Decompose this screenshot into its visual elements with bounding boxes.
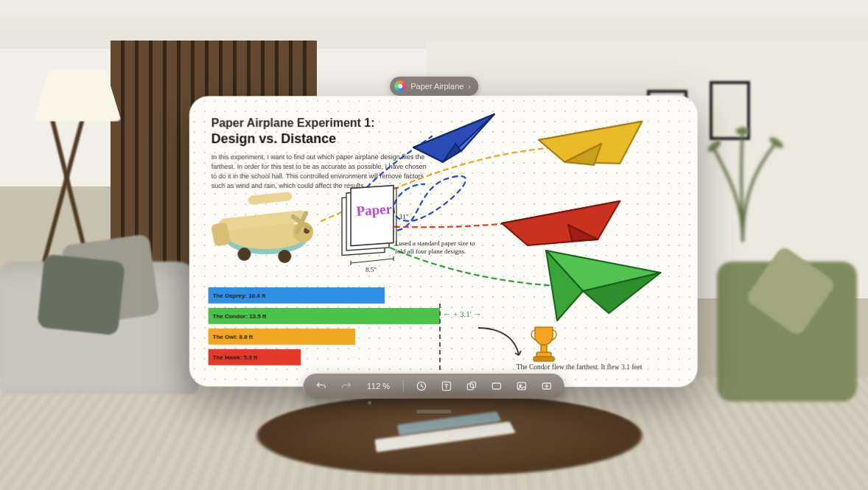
zoom-level[interactable]: 112 % xyxy=(364,382,393,391)
paper-height: 11" xyxy=(399,213,409,220)
app-icon xyxy=(394,80,406,92)
window-title-pill[interactable]: Paper Airplane › xyxy=(390,77,478,96)
shapes-tool-button[interactable] xyxy=(464,379,479,393)
toy-airplane-image xyxy=(204,181,329,276)
distance-bar-chart: The Osprey: 10.4 ft The Condor: 13.5 ft … xyxy=(209,287,517,370)
lamp-shade xyxy=(33,70,122,122)
reference-line xyxy=(439,304,441,370)
window-close-dot[interactable] xyxy=(368,401,371,405)
paper-stack-diagram: Paper 11" 8.5" xyxy=(336,181,417,276)
more-tool-button[interactable] xyxy=(539,379,554,393)
svg-point-13 xyxy=(278,250,291,263)
plant xyxy=(699,125,787,243)
bar-hawk: The Hawk: 5.3 ft xyxy=(209,349,517,365)
svg-rect-7 xyxy=(248,192,293,205)
markup-tool-button[interactable] xyxy=(414,379,429,393)
bar-owl: The Owl: 8.8 ft xyxy=(209,329,517,345)
chevron-right-icon: › xyxy=(468,83,470,91)
paper-note: I used a standard paper size to fold all… xyxy=(395,239,483,256)
bar-label: The Condor: 13.5 ft xyxy=(213,312,267,319)
freeform-board[interactable]: Paper Airplane Experiment 1: Design vs. … xyxy=(189,96,698,388)
paper-width: 8.5" xyxy=(365,266,377,273)
redo-button[interactable] xyxy=(339,379,354,393)
text-tool-button[interactable] xyxy=(439,379,454,393)
trophy-icon xyxy=(526,323,561,364)
window-title: Paper Airplane xyxy=(410,82,463,91)
condor-delta-label: + 3.1' xyxy=(443,309,482,318)
bar-label: The Osprey: 10.4 ft xyxy=(213,292,266,298)
insert-tool-button[interactable] xyxy=(514,379,529,393)
svg-rect-24 xyxy=(493,383,501,389)
window-grabber[interactable] xyxy=(416,410,452,413)
svg-point-2 xyxy=(735,127,749,135)
media-tool-button[interactable] xyxy=(489,379,504,393)
bar-osprey: The Osprey: 10.4 ft xyxy=(209,287,517,304)
svg-point-1 xyxy=(768,135,785,150)
books xyxy=(368,398,516,472)
toolbar-separator xyxy=(403,380,404,392)
svg-rect-17 xyxy=(541,345,547,352)
arrow-annotation xyxy=(475,324,526,361)
cushion xyxy=(37,254,125,336)
undo-button[interactable] xyxy=(314,379,329,393)
svg-rect-19 xyxy=(533,357,554,361)
sketch-plane-green xyxy=(539,239,664,328)
trophy-note: The Condor flew the farthest. It flew 3.… xyxy=(505,363,653,371)
sketch-plane-yellow xyxy=(535,111,645,177)
bottom-toolbar: 112 % xyxy=(304,374,564,399)
bar-label: The Hawk: 5.3 ft xyxy=(213,354,258,360)
sketch-plane-blue xyxy=(410,107,498,166)
bar-label: The Owl: 8.8 ft xyxy=(213,333,253,340)
paper-label: Paper xyxy=(356,201,393,219)
svg-rect-18 xyxy=(536,352,551,357)
svg-point-12 xyxy=(238,248,251,261)
